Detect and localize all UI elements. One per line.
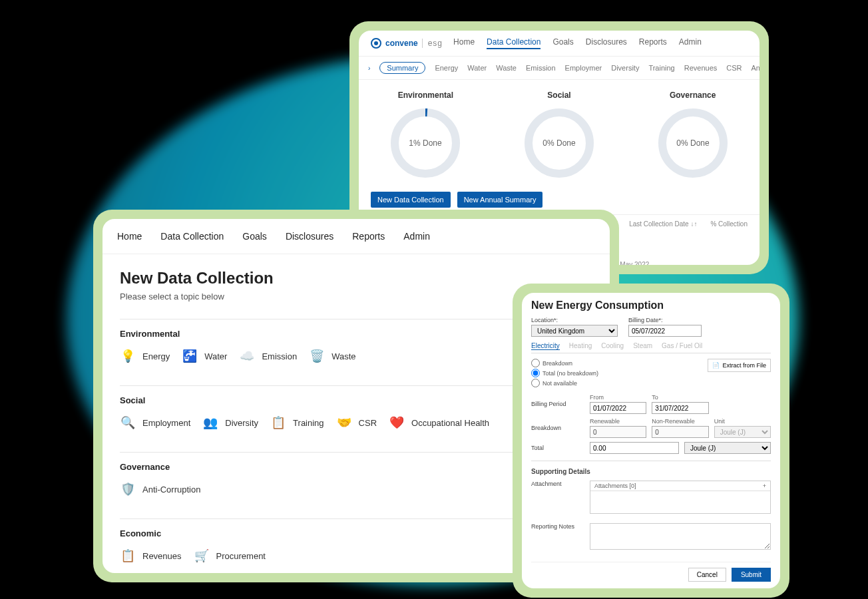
topic-emission[interactable]: ☁️Emission: [239, 348, 297, 364]
svg-text:1% Done: 1% Done: [409, 138, 443, 148]
nav-item-data-collection[interactable]: Data Collection: [487, 37, 541, 49]
nonrenewable-input: [652, 426, 708, 438]
new-data-collection-button[interactable]: New Data Collection: [371, 192, 451, 208]
col-last-collection-date[interactable]: Last Collection Date ↓↑: [629, 220, 697, 228]
extract-from-file-button[interactable]: 📄Extract from File: [708, 359, 771, 372]
total-input[interactable]: [590, 442, 679, 454]
cancel-button[interactable]: Cancel: [688, 568, 726, 582]
energy-tab-steam[interactable]: Steam: [633, 342, 652, 350]
brand-logo: convene esg: [371, 38, 443, 49]
topic-label: Occupational Health: [411, 418, 489, 428]
topic-label: Training: [293, 418, 324, 428]
nav-item-data-collection[interactable]: Data Collection: [160, 231, 224, 242]
nav-item-admin[interactable]: Admin: [679, 37, 702, 49]
attachment-label: Attachment: [531, 481, 584, 487]
billing-date-input[interactable]: [628, 325, 702, 337]
chevron-right-icon[interactable]: ›: [368, 65, 370, 72]
topic-anti-corruption[interactable]: 🛡️Anti-Corruption: [120, 481, 200, 497]
tab-employmer[interactable]: Employmer: [565, 64, 602, 72]
energy-tab-heating[interactable]: Heating: [569, 342, 592, 350]
energy-tab-cooling[interactable]: Cooling: [601, 342, 624, 350]
nav-item-home[interactable]: Home: [453, 37, 475, 49]
supporting-details-title: Supporting Details: [531, 468, 771, 475]
col-percent-collection[interactable]: % Collection: [710, 220, 748, 228]
radio-breakdown[interactable]: Breakdown: [531, 359, 598, 367]
tab-summary[interactable]: Summary: [379, 62, 425, 74]
location-label: Location*:: [531, 317, 618, 323]
topic-occupational-health[interactable]: ❤️Occupational Health: [389, 415, 489, 431]
lightbulb-icon: 💡: [120, 348, 136, 364]
billing-to-input[interactable]: [652, 402, 708, 414]
tab-anti-corr[interactable]: Anti-Corr: [752, 64, 760, 72]
nav-item-reports[interactable]: Reports: [639, 37, 667, 49]
billing-from-input[interactable]: [590, 402, 646, 414]
gauge-governance: Governance 0% Done: [656, 91, 730, 180]
breakdown-radio-group: Breakdown Total (no breakdown) Not avail…: [531, 359, 598, 387]
topic-procurement[interactable]: 🛒Procurement: [194, 548, 266, 564]
new-annual-summary-button[interactable]: New Annual Summary: [457, 192, 543, 208]
nav-item-goals[interactable]: Goals: [552, 37, 573, 49]
reporting-notes-input[interactable]: [590, 523, 771, 550]
topic-label: CSR: [359, 418, 377, 428]
page-title: New Data Collection: [120, 269, 592, 288]
topic-waste[interactable]: 🗑️Waste: [309, 348, 355, 364]
topic-csr[interactable]: 🤝CSR: [336, 415, 377, 431]
topic-label: Energy: [142, 351, 170, 361]
topic-label: Emission: [262, 351, 297, 361]
tab-energy[interactable]: Energy: [435, 64, 458, 72]
attachments-box[interactable]: Attachments [0]+: [590, 481, 771, 514]
gauge-environmental: Environmental 1% Done: [389, 91, 462, 180]
co2-cloud-icon: ☁️: [239, 348, 255, 364]
svg-text:0% Done: 0% Done: [676, 138, 710, 148]
breakdown-label: Breakdown: [531, 425, 584, 431]
topic-training[interactable]: 📋Training: [270, 415, 324, 431]
tab-csr[interactable]: CSR: [726, 64, 742, 72]
total-label: Total: [531, 445, 584, 451]
handshake-icon: 🤝: [336, 415, 352, 431]
topic-label: Procurement: [216, 551, 266, 561]
health-heart-icon: ❤️: [389, 415, 405, 431]
primary-nav-b: HomeData CollectionGoalsDisclosuresRepor…: [103, 219, 610, 254]
file-icon: 📄: [712, 362, 720, 369]
tab-waste[interactable]: Waste: [496, 64, 517, 72]
energy-tab-electricity[interactable]: Electricity: [531, 342, 560, 350]
billing-period-label: Billing Period: [531, 401, 584, 407]
nav-item-goals[interactable]: Goals: [242, 231, 267, 242]
topic-energy[interactable]: 💡Energy: [120, 348, 170, 364]
nav-item-disclosures[interactable]: Disclosures: [286, 231, 333, 242]
breakdown-unit-select: Joule (J): [714, 426, 771, 438]
total-unit-select[interactable]: Joule (J): [684, 442, 771, 454]
nav-item-disclosures[interactable]: Disclosures: [586, 37, 627, 49]
shield-icon: 🛡️: [120, 481, 136, 497]
tab-emission[interactable]: Emission: [526, 64, 556, 72]
topic-label: Anti-Corruption: [142, 485, 200, 495]
nav-item-reports[interactable]: Reports: [352, 231, 385, 242]
location-select[interactable]: United Kingdom: [531, 325, 618, 337]
topic-label: Employment: [142, 418, 190, 428]
tab-revenues[interactable]: Revenues: [684, 64, 718, 72]
new-energy-consumption-card: New Energy Consumption Location*: United…: [513, 284, 789, 598]
topic-water[interactable]: 🚰Water: [182, 348, 227, 364]
submit-button[interactable]: Submit: [732, 568, 771, 582]
topic-label: Waste: [331, 351, 355, 361]
topic-employment[interactable]: 🔍Employment: [120, 415, 190, 431]
tab-diversity[interactable]: Diversity: [611, 64, 639, 72]
radio-total[interactable]: Total (no breakdown): [531, 369, 598, 377]
topic-label: Revenues: [142, 551, 182, 561]
cart-icon: 🛒: [194, 548, 210, 564]
brand-logo-icon: [371, 38, 381, 49]
topic-diversity[interactable]: 👥Diversity: [202, 415, 258, 431]
add-attachment-icon[interactable]: +: [763, 483, 766, 489]
radio-not-available[interactable]: Not available: [531, 379, 598, 387]
form-title: New Energy Consumption: [531, 300, 771, 311]
tab-training[interactable]: Training: [648, 64, 674, 72]
topic-revenues[interactable]: 📋Revenues: [120, 548, 182, 564]
gauge-social: Social 0% Done: [523, 91, 596, 180]
topic-label: Water: [204, 351, 227, 361]
clipboard-chart-icon: 📋: [120, 548, 136, 564]
reporting-notes-label: Reporting Notes: [531, 523, 584, 530]
energy-tab-gas-fuel-oil[interactable]: Gas / Fuel Oil: [662, 342, 702, 350]
nav-item-admin[interactable]: Admin: [403, 231, 430, 242]
tab-water[interactable]: Water: [467, 64, 487, 72]
nav-item-home[interactable]: Home: [117, 231, 142, 242]
